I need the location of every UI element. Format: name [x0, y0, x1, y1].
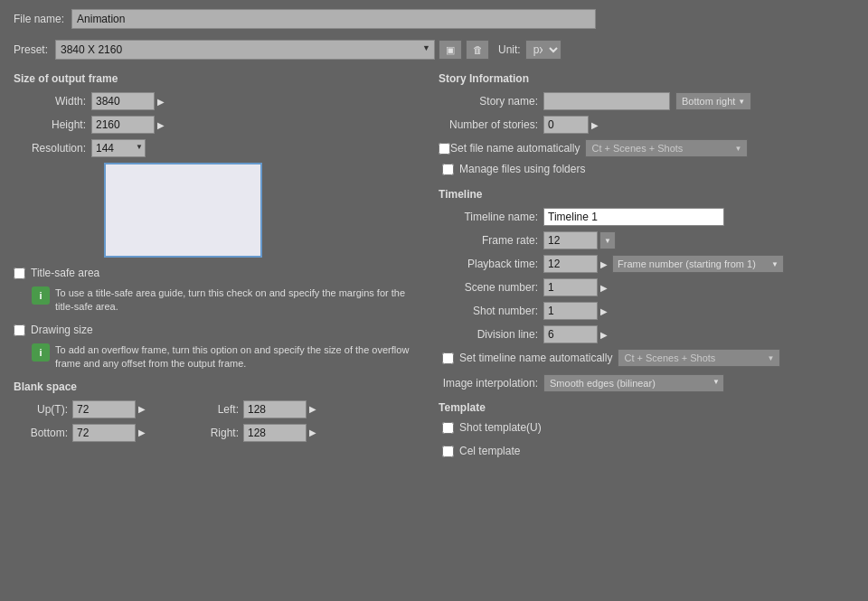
blank-space-title: Blank space [14, 380, 425, 393]
auto-btn-label: Ct + Scenes + Shots [591, 143, 683, 154]
shot-number-arrow[interactable]: ▶ [598, 306, 610, 316]
file-name-input[interactable] [71, 9, 596, 29]
width-label: Width: [14, 95, 86, 108]
blank-right-label: Right: [184, 427, 239, 439]
num-stories-input[interactable] [543, 116, 589, 134]
shot-number-row: Shot number: ▶ [439, 302, 854, 320]
blank-left-label: Left: [184, 403, 239, 416]
blank-right-col: Right: ▶ [184, 424, 319, 442]
scene-number-row: Scene number: ▶ [439, 278, 854, 296]
blank-bottom-right-row: Bottom: ▶ Right: ▶ [14, 424, 425, 442]
cel-template-checkbox[interactable] [442, 446, 454, 457]
auto-timeline-btn-wrapper: Ct + Scenes + Shots [618, 349, 780, 367]
height-arrow-btn[interactable]: ▶ [155, 120, 167, 130]
set-timeline-checkbox[interactable] [442, 352, 454, 364]
title-safe-info-icon: i [32, 286, 50, 305]
resolution-row: Resolution: 144 [14, 139, 425, 157]
blank-right-input[interactable] [243, 424, 307, 442]
playback-time-input[interactable] [543, 255, 598, 273]
scene-number-input[interactable] [543, 278, 598, 296]
shot-number-label: Shot number: [439, 305, 538, 317]
auto-btn-wrapper: Ct + Scenes + Shots [585, 139, 748, 157]
shot-number-input[interactable] [543, 302, 598, 320]
unit-select[interactable]: px [525, 40, 561, 60]
bottom-right-label: Bottom right [682, 96, 735, 107]
blank-up-label: Up(T): [14, 403, 68, 416]
set-timeline-row: Set timeline name automatically Ct + Sce… [442, 349, 854, 367]
story-info-title: Story Information [439, 72, 854, 85]
story-section: Story Information Story name: Bottom rig… [439, 72, 854, 175]
preset-select[interactable]: 3840 X 2160 [55, 40, 435, 60]
shot-template-label: Shot template(U) [459, 421, 542, 434]
timeline-section: Timeline Timeline name: Frame rate: Play… [439, 188, 854, 392]
height-row: Height: ▶ [14, 116, 425, 134]
resolution-select[interactable]: 144 [91, 139, 146, 157]
width-arrow-btn[interactable]: ▶ [155, 97, 167, 107]
size-of-output-title: Size of output frame [14, 72, 425, 85]
division-line-row: Division line: ▶ [439, 325, 854, 343]
frame-rate-dropdown[interactable] [599, 231, 616, 249]
division-line-input[interactable] [543, 325, 598, 343]
resolution-label: Resolution: [14, 142, 86, 155]
frame-rate-input[interactable] [543, 231, 598, 249]
title-safe-checkbox[interactable] [14, 268, 25, 279]
division-line-arrow[interactable]: ▶ [598, 330, 610, 340]
blank-up-col: Up(T): ▶ [14, 400, 148, 418]
timeline-name-input[interactable] [543, 208, 724, 226]
drawing-size-checkbox[interactable] [14, 324, 25, 336]
blank-up-input[interactable] [72, 400, 136, 418]
bottom-right-dropdown[interactable]: Bottom right [675, 92, 751, 110]
blank-up-arrow[interactable]: ▶ [136, 404, 148, 414]
blank-right-arrow[interactable]: ▶ [307, 427, 319, 437]
drawing-size-label: Drawing size [31, 324, 93, 336]
timeline-name-label: Timeline name: [439, 211, 538, 223]
timeline-name-row: Timeline name: [439, 208, 854, 226]
manage-files-checkbox[interactable] [442, 164, 454, 175]
story-name-row: Story name: Bottom right [439, 92, 854, 110]
title-safe-info-row: i To use a title-safe area guide, turn t… [32, 286, 425, 315]
preset-label: Preset: [14, 43, 48, 56]
auto-scenes-shots-btn[interactable]: Ct + Scenes + Shots [585, 139, 748, 157]
shot-template-checkbox[interactable] [442, 422, 454, 434]
frame-rate-label: Frame rate: [439, 234, 538, 247]
blank-left-arrow[interactable]: ▶ [307, 404, 319, 414]
height-input[interactable] [91, 116, 155, 134]
scene-number-arrow[interactable]: ▶ [598, 283, 610, 293]
interp-select[interactable]: Smooth edges (bilinear) [543, 374, 724, 392]
playback-time-row: Playback time: ▶ Frame number (starting … [439, 255, 854, 273]
frame-rate-row: Frame rate: [439, 231, 854, 249]
unit-label: Unit: [498, 43, 521, 56]
preset-bar: Preset: 3840 X 2160 ▣ 🗑 Unit: px [14, 40, 854, 60]
width-input[interactable] [91, 92, 155, 110]
story-name-input[interactable] [543, 92, 670, 110]
image-interp-label: Image interpolation: [439, 377, 538, 390]
interp-select-wrapper: Smooth edges (bilinear) [543, 374, 724, 392]
preview-box [104, 163, 262, 258]
set-filename-checkbox[interactable] [439, 143, 450, 155]
right-panel: Story Information Story name: Bottom rig… [434, 72, 854, 463]
scene-number-label: Scene number: [439, 281, 538, 294]
preset-icon-btn1[interactable]: ▣ [439, 40, 462, 60]
width-row: Width: ▶ [14, 92, 425, 110]
top-bar: File name: [14, 9, 854, 29]
blank-left-input[interactable] [243, 400, 307, 418]
auto-timeline-scenes-shots-btn[interactable]: Ct + Scenes + Shots [618, 349, 780, 367]
main-container: File name: Preset: 3840 X 2160 ▣ 🗑 Unit:… [0, 0, 868, 601]
num-stories-row: Number of stories: ▶ [439, 116, 854, 134]
num-stories-arrow[interactable]: ▶ [589, 120, 601, 130]
drawing-size-info-text: To add an overflow frame, turn this opti… [55, 343, 425, 371]
story-name-label: Story name: [439, 95, 538, 108]
blank-bottom-arrow[interactable]: ▶ [136, 427, 148, 437]
preset-delete-btn[interactable]: 🗑 [466, 40, 489, 60]
playback-time-arrow[interactable]: ▶ [598, 259, 610, 269]
blank-bottom-label: Bottom: [14, 427, 68, 439]
blank-bottom-input[interactable] [72, 424, 136, 442]
set-filename-row: Set file name automatically Ct + Scenes … [439, 139, 854, 157]
drawing-size-info-row: i To add an overflow frame, turn this op… [32, 343, 425, 371]
blank-left-col: Left: ▶ [184, 400, 319, 418]
cel-template-row: Cel template [442, 445, 854, 457]
left-panel: Size of output frame Width: ▶ Height: ▶ … [14, 72, 434, 463]
blank-space-section: Blank space Up(T): ▶ Left: ▶ [14, 380, 425, 442]
cel-template-label: Cel template [459, 445, 520, 457]
playback-time-dropdown[interactable]: Frame number (starting from 1) [612, 255, 784, 273]
